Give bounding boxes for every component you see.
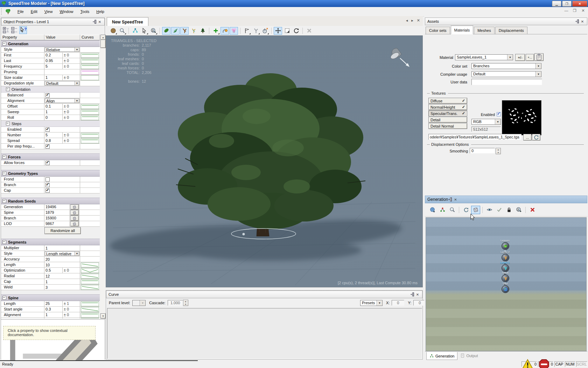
variance-value[interactable]: ± 0 (63, 312, 80, 318)
value-checkbox[interactable] (46, 183, 50, 187)
seed-value[interactable]: 15900 (44, 216, 70, 221)
property-row[interactable]: Roll0± 0.2 (1, 318, 100, 319)
curve-thumbnail[interactable] (81, 70, 99, 75)
select-tool-button[interactable] (140, 27, 148, 35)
value-input[interactable]: 1 (44, 279, 80, 284)
curve-thumbnail[interactable] (81, 59, 99, 63)
generation-node-graph[interactable]: LeavesLevel 2Level 1TrunkTree (426, 217, 587, 351)
curve-cell[interactable] (80, 138, 100, 143)
menu-item-file[interactable]: File (14, 8, 27, 15)
value-dropdown[interactable]: Align▼ (45, 98, 79, 103)
curve-cell[interactable] (80, 273, 100, 279)
curve-thumbnail[interactable] (81, 53, 99, 58)
property-group-orientation[interactable]: Orientation (1, 86, 100, 93)
pin-icon[interactable] (575, 19, 580, 24)
tab-output[interactable]: Output (457, 352, 481, 359)
column-curves[interactable]: Curves (80, 35, 100, 40)
curve-cell[interactable] (80, 318, 100, 319)
value-input[interactable]: 10 (44, 262, 80, 267)
property-row[interactable]: Length10 (1, 262, 100, 268)
zoom-generators-button[interactable] (448, 206, 457, 214)
value-checkbox[interactable] (46, 93, 50, 97)
viewport-3d[interactable]: TRIANGLES - SELECTED branches:2,117caps:… (106, 35, 423, 287)
property-row[interactable]: Size scalar1± 0 (1, 75, 100, 81)
variance-value[interactable]: ± 0 (63, 64, 80, 69)
property-row[interactable]: Spread0.8± 0 (1, 138, 100, 144)
scrollbar-thumb[interactable] (100, 40, 106, 48)
texture-path-input[interactable]: odeler¥Samples¥Textures¥SampleLeaves_1_S… (428, 134, 522, 140)
curve-cell[interactable] (80, 109, 100, 115)
property-row[interactable]: Generation19496 (1, 204, 100, 210)
value-input[interactable]: 1 (44, 75, 63, 80)
curve-editor-area[interactable] (107, 308, 422, 359)
display-style-button[interactable] (109, 27, 117, 35)
enable-button[interactable] (495, 206, 504, 214)
property-row[interactable]: StyleRelative▼ (1, 47, 100, 53)
variance-value[interactable]: ± 0.2 (63, 318, 80, 319)
collapse-icon[interactable] (2, 42, 6, 46)
value-input[interactable]: 5 (44, 64, 63, 69)
growth-tool-button[interactable] (261, 27, 269, 35)
close-panel-icon[interactable]: ✕ (97, 19, 102, 24)
curve-thumbnail[interactable] (81, 104, 99, 109)
curve-cell[interactable] (80, 132, 100, 138)
curve-cell[interactable] (80, 58, 100, 63)
generator-links-button[interactable] (438, 206, 447, 214)
move-tool-button[interactable] (274, 27, 282, 35)
value-input[interactable]: 1 (44, 109, 63, 115)
seed-value[interactable]: 9867 (44, 221, 70, 226)
curve-cell[interactable] (80, 301, 100, 306)
delete-generator-button[interactable] (528, 206, 537, 214)
property-row[interactable]: Start angle0.3± 0 (1, 307, 100, 312)
browse-button[interactable]: ... (523, 134, 532, 141)
clipboard-icon[interactable] (534, 53, 544, 61)
curve-thumbnail[interactable] (81, 133, 99, 138)
property-row[interactable]: Pruning (1, 69, 100, 75)
value-checkbox[interactable] (46, 177, 50, 182)
curve-thumbnail[interactable] (81, 64, 99, 69)
curve-thumbnail[interactable] (81, 263, 99, 267)
value-input[interactable]: 3 (44, 285, 80, 290)
specular-texture-preview[interactable] (502, 100, 541, 135)
generator-node-tree[interactable] (502, 285, 509, 293)
value-input[interactable]: 0.3 (44, 307, 63, 312)
close-panel-icon[interactable]: ✕ (453, 197, 458, 202)
property-row[interactable]: Alignment1± 0 (1, 312, 100, 318)
generator-node-trunk[interactable] (502, 274, 509, 282)
user-data-input[interactable] (471, 79, 542, 85)
seed-value[interactable]: 1879 (44, 210, 70, 215)
column-property[interactable]: Property (1, 35, 44, 40)
value-input[interactable]: 0.5 (44, 268, 63, 273)
collapse-icon[interactable] (2, 199, 6, 203)
property-row[interactable]: Sweep1± 0 (1, 109, 100, 115)
dice-icon[interactable] (70, 204, 79, 210)
variance-value[interactable]: ± 0 (63, 268, 80, 273)
close-button[interactable]: ✕ (572, 1, 587, 7)
collapse-icon[interactable] (2, 155, 6, 159)
value-dropdown[interactable]: Default▼ (45, 81, 79, 86)
curve-thumbnail[interactable] (81, 110, 99, 115)
property-row[interactable]: StyleLength relative▼ (1, 251, 100, 257)
dice-icon[interactable] (70, 221, 79, 226)
property-group-steps[interactable]: Steps (1, 121, 100, 127)
curve-cell[interactable] (80, 53, 100, 58)
variance-value[interactable]: ± 0 (63, 109, 80, 115)
curve-cell[interactable] (80, 64, 100, 69)
compiler-usage-select[interactable]: Default ▼ (471, 71, 541, 77)
property-row[interactable]: Last0.95± 0 (1, 58, 100, 64)
visibility-button[interactable] (485, 206, 494, 214)
scroll-down-icon[interactable]: ▼ (100, 313, 106, 319)
property-row[interactable]: Degradation styleDefault▼ (1, 81, 100, 86)
variance-value[interactable]: ± 0 (63, 132, 80, 138)
generator-node-level-2[interactable] (502, 254, 509, 261)
variance-value[interactable]: ± 0 (63, 307, 80, 312)
variance-value[interactable]: ± 0 (63, 53, 80, 58)
flag-tool-button[interactable] (243, 27, 251, 35)
curve-thumbnail[interactable] (81, 301, 99, 306)
mdi-restore-button[interactable]: ❐ (572, 8, 578, 13)
property-row[interactable]: Cap (1, 188, 100, 193)
value-input[interactable]: 0 (44, 115, 63, 120)
curve-thumbnail[interactable] (81, 115, 99, 120)
presets-select[interactable]: Presets ▼ (360, 300, 383, 306)
value-input[interactable]: 25 (44, 301, 63, 306)
